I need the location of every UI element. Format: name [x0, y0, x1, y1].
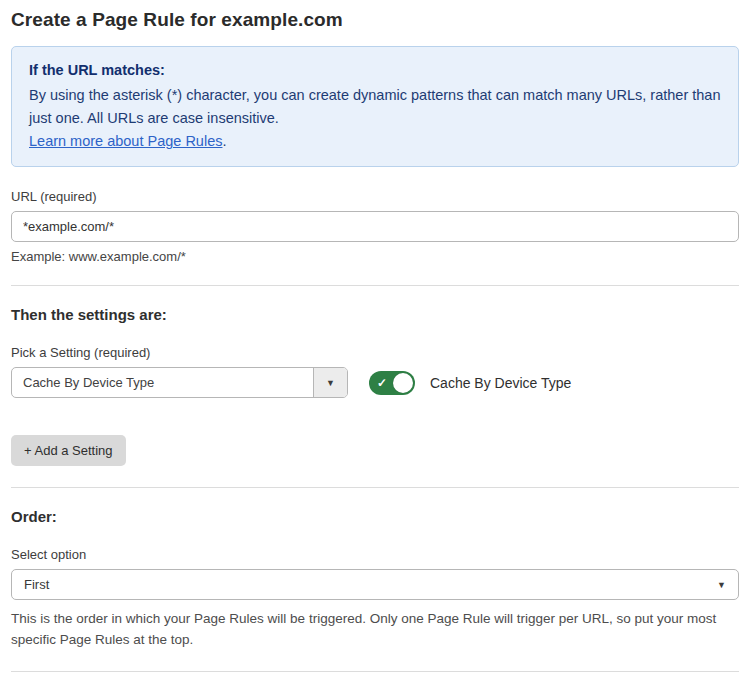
- check-icon: ✓: [377, 377, 387, 389]
- url-match-info-banner: If the URL matches: By using the asteris…: [11, 46, 739, 167]
- info-banner-link-line: Learn more about Page Rules.: [29, 130, 721, 153]
- divider: [11, 671, 739, 672]
- url-field-label: URL (required): [11, 189, 739, 204]
- setting-picker-arrow-button[interactable]: ▼: [313, 368, 347, 397]
- info-banner-heading: If the URL matches:: [29, 59, 721, 82]
- divider: [11, 487, 739, 488]
- order-select-dropdown[interactable]: First ▼: [11, 569, 739, 600]
- link-suffix: .: [222, 133, 226, 149]
- order-section-heading: Order:: [11, 508, 739, 525]
- setting-row: Cache By Device Type ▼ ✓ Cache By Device…: [11, 367, 739, 398]
- setting-picker-label: Pick a Setting (required): [11, 345, 739, 360]
- learn-more-link[interactable]: Learn more about Page Rules: [29, 133, 222, 149]
- divider: [11, 285, 739, 286]
- chevron-down-icon: ▼: [326, 378, 335, 388]
- chevron-down-icon: ▼: [717, 580, 726, 590]
- page-rule-form: Create a Page Rule for example.com If th…: [0, 9, 750, 688]
- add-setting-button[interactable]: + Add a Setting: [11, 435, 126, 466]
- order-select-label: Select option: [11, 547, 739, 562]
- toggle-label: Cache By Device Type: [430, 375, 571, 391]
- setting-picker-value: Cache By Device Type: [12, 368, 313, 397]
- toggle-knob: [393, 373, 413, 393]
- order-helper-text: This is the order in which your Page Rul…: [11, 608, 731, 650]
- setting-picker-dropdown[interactable]: Cache By Device Type ▼: [11, 367, 348, 398]
- page-title: Create a Page Rule for example.com: [11, 9, 739, 31]
- url-input[interactable]: [11, 211, 739, 242]
- settings-section-heading: Then the settings are:: [11, 306, 739, 323]
- order-select-value: First: [24, 577, 49, 592]
- cache-by-device-toggle[interactable]: ✓: [369, 371, 415, 395]
- url-field-helper: Example: www.example.com/*: [11, 249, 739, 264]
- info-banner-body: By using the asterisk (*) character, you…: [29, 84, 721, 130]
